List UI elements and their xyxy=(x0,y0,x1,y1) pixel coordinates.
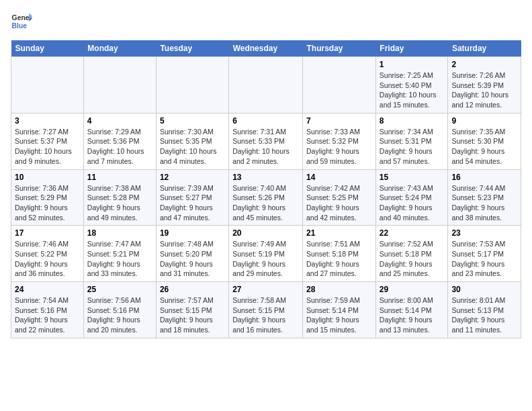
calendar-cell xyxy=(156,57,228,113)
calendar-cell: 23Sunrise: 7:53 AM Sunset: 5:17 PM Dayli… xyxy=(448,226,521,282)
day-number: 14 xyxy=(306,173,372,182)
day-info: Sunrise: 7:59 AM Sunset: 5:14 PM Dayligh… xyxy=(306,295,372,335)
calendar-cell: 6Sunrise: 7:31 AM Sunset: 5:33 PM Daylig… xyxy=(229,113,303,169)
calendar-cell: 30Sunrise: 8:01 AM Sunset: 5:13 PM Dayli… xyxy=(448,282,521,338)
calendar-cell: 10Sunrise: 7:36 AM Sunset: 5:29 PM Dayli… xyxy=(11,169,84,226)
day-number: 3 xyxy=(15,116,80,126)
day-info: Sunrise: 7:53 AM Sunset: 5:17 PM Dayligh… xyxy=(451,239,517,279)
day-info: Sunrise: 7:51 AM Sunset: 5:18 PM Dayligh… xyxy=(306,239,372,279)
day-number: 16 xyxy=(451,173,517,182)
weekday-header-thursday: Thursday xyxy=(303,40,376,57)
day-info: Sunrise: 7:38 AM Sunset: 5:28 PM Dayligh… xyxy=(87,183,152,223)
day-info: Sunrise: 7:35 AM Sunset: 5:30 PM Dayligh… xyxy=(451,127,517,167)
calendar-cell xyxy=(303,57,376,113)
calendar-cell: 28Sunrise: 7:59 AM Sunset: 5:14 PM Dayli… xyxy=(303,282,376,338)
weekday-header-friday: Friday xyxy=(375,40,448,57)
day-info: Sunrise: 7:25 AM Sunset: 5:40 PM Dayligh… xyxy=(380,71,445,110)
day-info: Sunrise: 7:54 AM Sunset: 5:16 PM Dayligh… xyxy=(15,295,80,335)
day-info: Sunrise: 7:30 AM Sunset: 5:35 PM Dayligh… xyxy=(160,127,225,167)
calendar-cell: 13Sunrise: 7:40 AM Sunset: 5:26 PM Dayli… xyxy=(229,169,303,226)
page-header: General Blue xyxy=(11,11,521,32)
day-number: 1 xyxy=(380,60,445,69)
calendar-cell: 15Sunrise: 7:43 AM Sunset: 5:24 PM Dayli… xyxy=(375,169,448,226)
calendar-week-row: 3Sunrise: 7:27 AM Sunset: 5:37 PM Daylig… xyxy=(11,113,521,169)
day-number: 21 xyxy=(306,228,372,238)
weekday-header-sunday: Sunday xyxy=(11,40,84,57)
day-info: Sunrise: 7:34 AM Sunset: 5:31 PM Dayligh… xyxy=(380,127,445,167)
weekday-header-tuesday: Tuesday xyxy=(156,40,228,57)
day-number: 18 xyxy=(87,228,152,238)
day-info: Sunrise: 7:48 AM Sunset: 5:20 PM Dayligh… xyxy=(160,239,225,279)
calendar-cell: 21Sunrise: 7:51 AM Sunset: 5:18 PM Dayli… xyxy=(303,226,376,282)
logo-icon: General Blue xyxy=(11,11,32,32)
day-info: Sunrise: 7:49 AM Sunset: 5:19 PM Dayligh… xyxy=(232,239,299,279)
calendar-cell: 7Sunrise: 7:33 AM Sunset: 5:32 PM Daylig… xyxy=(303,113,376,169)
day-number: 23 xyxy=(451,228,517,238)
weekday-header-monday: Monday xyxy=(83,40,156,57)
day-info: Sunrise: 7:31 AM Sunset: 5:33 PM Dayligh… xyxy=(232,127,299,167)
day-number: 29 xyxy=(380,285,445,294)
calendar-cell: 3Sunrise: 7:27 AM Sunset: 5:37 PM Daylig… xyxy=(11,113,84,169)
day-info: Sunrise: 7:47 AM Sunset: 5:21 PM Dayligh… xyxy=(87,239,152,279)
calendar-week-row: 10Sunrise: 7:36 AM Sunset: 5:29 PM Dayli… xyxy=(11,169,521,226)
day-number: 26 xyxy=(160,285,225,294)
weekday-header-row: SundayMondayTuesdayWednesdayThursdayFrid… xyxy=(11,40,521,57)
calendar-cell: 11Sunrise: 7:38 AM Sunset: 5:28 PM Dayli… xyxy=(83,169,156,226)
day-info: Sunrise: 7:58 AM Sunset: 5:15 PM Dayligh… xyxy=(232,295,299,335)
calendar-cell: 27Sunrise: 7:58 AM Sunset: 5:15 PM Dayli… xyxy=(229,282,303,338)
calendar-cell: 18Sunrise: 7:47 AM Sunset: 5:21 PM Dayli… xyxy=(83,226,156,282)
calendar-cell: 16Sunrise: 7:44 AM Sunset: 5:23 PM Dayli… xyxy=(448,169,521,226)
logo: General Blue xyxy=(11,11,32,32)
calendar-cell: 17Sunrise: 7:46 AM Sunset: 5:22 PM Dayli… xyxy=(11,226,84,282)
calendar-cell: 22Sunrise: 7:52 AM Sunset: 5:18 PM Dayli… xyxy=(375,226,448,282)
calendar-cell xyxy=(229,57,303,113)
weekday-header-saturday: Saturday xyxy=(448,40,521,57)
weekday-header-wednesday: Wednesday xyxy=(229,40,303,57)
day-number: 28 xyxy=(306,285,372,294)
calendar-cell: 1Sunrise: 7:25 AM Sunset: 5:40 PM Daylig… xyxy=(375,57,448,113)
day-number: 19 xyxy=(160,228,225,238)
day-info: Sunrise: 7:52 AM Sunset: 5:18 PM Dayligh… xyxy=(380,239,445,279)
day-number: 9 xyxy=(451,116,517,126)
day-number: 12 xyxy=(160,173,225,182)
day-info: Sunrise: 7:26 AM Sunset: 5:39 PM Dayligh… xyxy=(451,71,517,110)
calendar-cell: 2Sunrise: 7:26 AM Sunset: 5:39 PM Daylig… xyxy=(448,57,521,113)
calendar-cell: 26Sunrise: 7:57 AM Sunset: 5:15 PM Dayli… xyxy=(156,282,228,338)
calendar-cell: 8Sunrise: 7:34 AM Sunset: 5:31 PM Daylig… xyxy=(375,113,448,169)
day-number: 7 xyxy=(306,116,372,126)
calendar-cell: 20Sunrise: 7:49 AM Sunset: 5:19 PM Dayli… xyxy=(229,226,303,282)
calendar-cell: 9Sunrise: 7:35 AM Sunset: 5:30 PM Daylig… xyxy=(448,113,521,169)
calendar-week-row: 17Sunrise: 7:46 AM Sunset: 5:22 PM Dayli… xyxy=(11,226,521,282)
day-info: Sunrise: 8:01 AM Sunset: 5:13 PM Dayligh… xyxy=(451,295,517,335)
calendar-cell: 4Sunrise: 7:29 AM Sunset: 5:36 PM Daylig… xyxy=(83,113,156,169)
calendar-cell: 12Sunrise: 7:39 AM Sunset: 5:27 PM Dayli… xyxy=(156,169,228,226)
calendar-week-row: 1Sunrise: 7:25 AM Sunset: 5:40 PM Daylig… xyxy=(11,57,521,113)
day-number: 4 xyxy=(87,116,152,126)
day-number: 27 xyxy=(232,285,299,294)
day-info: Sunrise: 7:29 AM Sunset: 5:36 PM Dayligh… xyxy=(87,127,152,167)
day-info: Sunrise: 7:42 AM Sunset: 5:25 PM Dayligh… xyxy=(306,183,372,223)
day-number: 2 xyxy=(451,60,517,69)
calendar-cell xyxy=(11,57,84,113)
calendar-week-row: 24Sunrise: 7:54 AM Sunset: 5:16 PM Dayli… xyxy=(11,282,521,338)
day-number: 13 xyxy=(232,173,299,182)
day-info: Sunrise: 7:33 AM Sunset: 5:32 PM Dayligh… xyxy=(306,127,372,167)
calendar-cell: 14Sunrise: 7:42 AM Sunset: 5:25 PM Dayli… xyxy=(303,169,376,226)
day-number: 10 xyxy=(15,173,80,182)
day-number: 5 xyxy=(160,116,225,126)
day-info: Sunrise: 8:00 AM Sunset: 5:14 PM Dayligh… xyxy=(380,295,445,335)
calendar-cell xyxy=(83,57,156,113)
day-number: 24 xyxy=(15,285,80,294)
day-number: 15 xyxy=(380,173,445,182)
day-info: Sunrise: 7:27 AM Sunset: 5:37 PM Dayligh… xyxy=(15,127,80,167)
calendar-table: SundayMondayTuesdayWednesdayThursdayFrid… xyxy=(11,40,521,338)
calendar-cell: 19Sunrise: 7:48 AM Sunset: 5:20 PM Dayli… xyxy=(156,226,228,282)
day-info: Sunrise: 7:44 AM Sunset: 5:23 PM Dayligh… xyxy=(451,183,517,223)
day-number: 17 xyxy=(15,228,80,238)
day-number: 8 xyxy=(380,116,445,126)
calendar-cell: 5Sunrise: 7:30 AM Sunset: 5:35 PM Daylig… xyxy=(156,113,228,169)
day-info: Sunrise: 7:43 AM Sunset: 5:24 PM Dayligh… xyxy=(380,183,445,223)
day-number: 6 xyxy=(232,116,299,126)
calendar-cell: 29Sunrise: 8:00 AM Sunset: 5:14 PM Dayli… xyxy=(375,282,448,338)
day-info: Sunrise: 7:36 AM Sunset: 5:29 PM Dayligh… xyxy=(15,183,80,223)
